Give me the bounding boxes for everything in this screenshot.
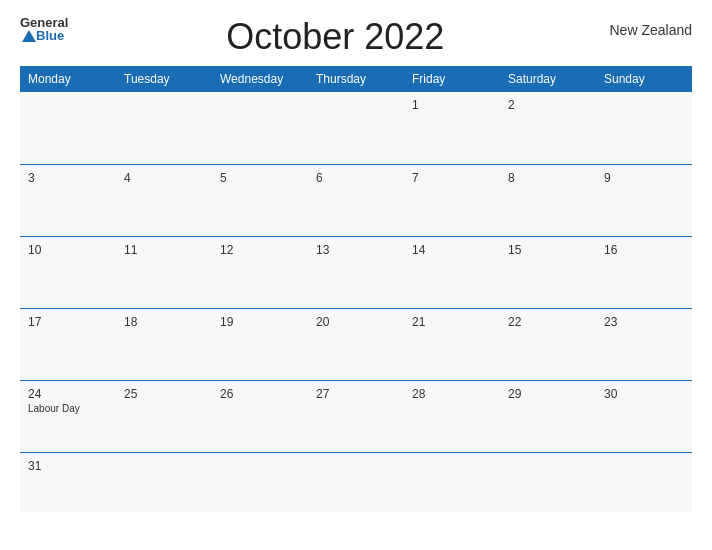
calendar-cell — [596, 92, 692, 164]
day-number: 28 — [412, 387, 492, 401]
calendar-grid: MondayTuesdayWednesdayThursdayFridaySatu… — [20, 66, 692, 512]
weekday-header-thursday: Thursday — [308, 66, 404, 92]
calendar-cell: 2 — [500, 92, 596, 164]
calendar-cell — [116, 92, 212, 164]
day-number: 21 — [412, 315, 492, 329]
day-number: 7 — [412, 171, 492, 185]
calendar-cell — [308, 92, 404, 164]
logo-blue-text: Blue — [36, 29, 64, 42]
week-row-4: 17181920212223 — [20, 308, 692, 380]
calendar-cell — [212, 92, 308, 164]
calendar-cell: 1 — [404, 92, 500, 164]
weekday-header-saturday: Saturday — [500, 66, 596, 92]
day-number: 6 — [316, 171, 396, 185]
calendar-cell: 6 — [308, 164, 404, 236]
day-event: Labour Day — [28, 403, 108, 414]
day-number: 12 — [220, 243, 300, 257]
calendar-cell: 30 — [596, 380, 692, 452]
day-number: 4 — [124, 171, 204, 185]
calendar-cell: 7 — [404, 164, 500, 236]
calendar-cell: 23 — [596, 308, 692, 380]
calendar-cell — [308, 452, 404, 512]
calendar-cell — [20, 92, 116, 164]
calendar-cell — [212, 452, 308, 512]
calendar-cell: 24Labour Day — [20, 380, 116, 452]
week-row-3: 10111213141516 — [20, 236, 692, 308]
day-number: 19 — [220, 315, 300, 329]
logo: General Blue — [20, 16, 68, 42]
day-number: 2 — [508, 98, 588, 112]
calendar-cell: 13 — [308, 236, 404, 308]
calendar-cell: 20 — [308, 308, 404, 380]
day-number: 15 — [508, 243, 588, 257]
day-number: 20 — [316, 315, 396, 329]
day-number: 22 — [508, 315, 588, 329]
week-row-5: 24Labour Day252627282930 — [20, 380, 692, 452]
calendar-cell: 31 — [20, 452, 116, 512]
weekday-header-friday: Friday — [404, 66, 500, 92]
day-number: 14 — [412, 243, 492, 257]
logo-triangle-icon — [22, 30, 36, 42]
day-number: 31 — [28, 459, 108, 473]
week-row-2: 3456789 — [20, 164, 692, 236]
calendar-header: General Blue October 2022 New Zealand — [20, 16, 692, 58]
calendar-title: October 2022 — [68, 16, 602, 58]
calendar-cell: 19 — [212, 308, 308, 380]
calendar-cell: 29 — [500, 380, 596, 452]
calendar-cell: 8 — [500, 164, 596, 236]
calendar-cell: 25 — [116, 380, 212, 452]
calendar-cell: 5 — [212, 164, 308, 236]
calendar-cell: 17 — [20, 308, 116, 380]
day-number: 9 — [604, 171, 684, 185]
day-number: 27 — [316, 387, 396, 401]
day-number: 1 — [412, 98, 492, 112]
calendar-cell: 28 — [404, 380, 500, 452]
day-number: 5 — [220, 171, 300, 185]
calendar-cell: 11 — [116, 236, 212, 308]
calendar-country: New Zealand — [602, 16, 692, 38]
weekday-header-wednesday: Wednesday — [212, 66, 308, 92]
day-number: 26 — [220, 387, 300, 401]
calendar-cell: 4 — [116, 164, 212, 236]
day-number: 13 — [316, 243, 396, 257]
weekday-header-row: MondayTuesdayWednesdayThursdayFridaySatu… — [20, 66, 692, 92]
calendar-container: General Blue October 2022 New Zealand Mo… — [0, 0, 712, 550]
day-number: 18 — [124, 315, 204, 329]
day-number: 17 — [28, 315, 108, 329]
calendar-cell: 21 — [404, 308, 500, 380]
calendar-cell: 26 — [212, 380, 308, 452]
calendar-cell: 18 — [116, 308, 212, 380]
calendar-cell: 27 — [308, 380, 404, 452]
weekday-header-tuesday: Tuesday — [116, 66, 212, 92]
weekday-header-monday: Monday — [20, 66, 116, 92]
day-number: 23 — [604, 315, 684, 329]
calendar-cell: 14 — [404, 236, 500, 308]
day-number: 3 — [28, 171, 108, 185]
calendar-cell: 16 — [596, 236, 692, 308]
week-row-1: 12 — [20, 92, 692, 164]
calendar-cell: 10 — [20, 236, 116, 308]
calendar-cell — [596, 452, 692, 512]
calendar-cell — [404, 452, 500, 512]
calendar-cell: 3 — [20, 164, 116, 236]
calendar-cell: 12 — [212, 236, 308, 308]
day-number: 24 — [28, 387, 108, 401]
calendar-cell: 22 — [500, 308, 596, 380]
day-number: 10 — [28, 243, 108, 257]
day-number: 11 — [124, 243, 204, 257]
calendar-cell: 9 — [596, 164, 692, 236]
day-number: 8 — [508, 171, 588, 185]
calendar-cell — [500, 452, 596, 512]
calendar-cell: 15 — [500, 236, 596, 308]
day-number: 30 — [604, 387, 684, 401]
day-number: 29 — [508, 387, 588, 401]
calendar-cell — [116, 452, 212, 512]
day-number: 16 — [604, 243, 684, 257]
weekday-header-sunday: Sunday — [596, 66, 692, 92]
day-number: 25 — [124, 387, 204, 401]
week-row-6: 31 — [20, 452, 692, 512]
